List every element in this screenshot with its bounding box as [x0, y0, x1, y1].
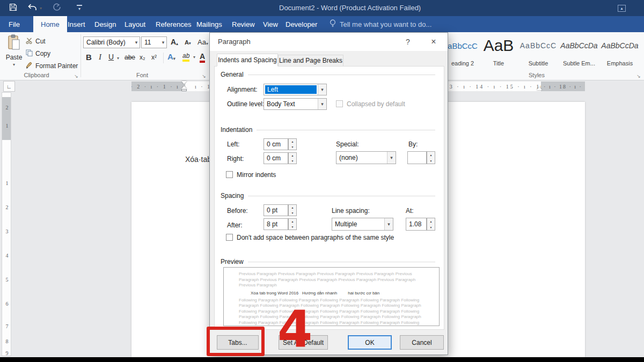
- tab-review[interactable]: Review: [230, 16, 257, 32]
- spacing-section-header: Spacing: [221, 192, 435, 200]
- change-case-button[interactable]: Aa: [197, 38, 208, 46]
- preview-section-header: Preview: [221, 258, 435, 265]
- right-indent-marker[interactable]: [537, 87, 542, 90]
- cancel-button[interactable]: Cancel: [400, 335, 444, 350]
- bold-button[interactable]: B: [86, 53, 92, 62]
- undo-dropdown-button[interactable]: [38, 3, 44, 13]
- ok-button[interactable]: OK: [348, 335, 392, 350]
- line-spacing-combo[interactable]: Multiple: [332, 218, 393, 231]
- document-text[interactable]: Xóa·tab: [185, 155, 211, 164]
- tab-file[interactable]: File: [6, 16, 22, 32]
- tab-stop-icon: ∟: [6, 84, 12, 90]
- copy-button[interactable]: Copy: [26, 49, 50, 58]
- paste-icon: [8, 34, 20, 53]
- font-size-combo[interactable]: 11: [141, 36, 167, 48]
- tab-insert[interactable]: Insert: [65, 16, 87, 32]
- at-spinner[interactable]: [427, 218, 435, 231]
- special-combo[interactable]: (none): [336, 151, 396, 164]
- clipboard-dialog-launcher[interactable]: [73, 73, 79, 79]
- indent-right-field[interactable]: 0 cm: [264, 152, 288, 164]
- tell-me-box[interactable]: Tell me what you want to do...: [330, 16, 431, 32]
- highlight-dropdown[interactable]: [193, 55, 195, 60]
- close-button[interactable]: ×: [427, 36, 441, 48]
- paste-label: Paste: [6, 54, 23, 61]
- highlight-label: ab: [182, 52, 189, 60]
- highlight-color-button[interactable]: ab: [182, 52, 189, 62]
- alignment-combo[interactable]: Left: [264, 84, 327, 95]
- underline-button[interactable]: U: [108, 53, 114, 61]
- alignment-label: Alignment:: [227, 86, 258, 93]
- tab-references[interactable]: References: [153, 16, 193, 32]
- tab-indents-and-spacing[interactable]: Indents and Spacing: [217, 54, 278, 67]
- font-group-label: Font: [121, 72, 164, 78]
- dont-add-space-checkbox[interactable]: [226, 234, 233, 241]
- before-spinner[interactable]: [288, 204, 297, 216]
- lightbulb-icon: [330, 19, 336, 29]
- style-sample: aBbCcC: [448, 34, 478, 57]
- text-effects-button[interactable]: A: [167, 52, 175, 61]
- at-label: At:: [406, 207, 414, 215]
- style-subtle-emphasis[interactable]: AaBbCcDa Subtle Em...: [560, 34, 598, 67]
- tab-mailings[interactable]: Mailings: [194, 16, 224, 32]
- ruler-text-area-right: · 13 · ı · 14 · ı · 15 · ı · 16 ·: [448, 82, 542, 91]
- tab-view[interactable]: View: [261, 16, 280, 32]
- tab-developer[interactable]: Developer: [283, 16, 319, 32]
- font-color-button[interactable]: A: [200, 52, 205, 63]
- save-button[interactable]: [6, 3, 19, 13]
- tab-design[interactable]: Design: [92, 16, 118, 32]
- italic-button[interactable]: I: [99, 53, 101, 62]
- ruler-left-margin: · 2 · ı · 1 · ı ·: [131, 82, 185, 91]
- dialog-title: Paragraph: [218, 38, 251, 46]
- strikethrough-button[interactable]: abe: [125, 54, 135, 61]
- subscript-button[interactable]: x₂: [140, 54, 145, 61]
- up-tick-icon: ▴: [176, 42, 178, 46]
- indent-left-spinner[interactable]: [288, 138, 297, 150]
- indent-right-spinner[interactable]: [288, 152, 297, 164]
- format-painter-button[interactable]: Format Painter: [26, 61, 78, 71]
- style-emphasis[interactable]: AaBbCcDa Emphasis: [601, 34, 639, 67]
- style-heading2[interactable]: aBbCcC eading 2: [447, 34, 479, 67]
- spinner-down-icon: [289, 224, 296, 230]
- mirror-indents-checkbox[interactable]: [226, 171, 233, 178]
- collapsed-by-default-checkbox[interactable]: [336, 100, 343, 107]
- spinner-down-icon: [289, 144, 296, 150]
- redo-button[interactable]: [50, 3, 63, 13]
- before-field[interactable]: 0 pt: [264, 204, 288, 216]
- ribbon-tab-row: File Home Insert Design Layout Reference…: [0, 16, 644, 32]
- style-sample: AaB: [484, 34, 514, 57]
- after-field[interactable]: 8 pt: [264, 218, 288, 230]
- general-section-header: General: [221, 71, 435, 78]
- paste-button[interactable]: Paste: [3, 34, 25, 70]
- grow-font-button[interactable]: A▴: [171, 38, 178, 46]
- styles-dialog-launcher[interactable]: [635, 73, 642, 79]
- tab-home[interactable]: Home: [33, 16, 67, 32]
- first-line-indent-marker[interactable]: [181, 81, 187, 84]
- ribbon-display-options-button[interactable]: ▴: [618, 5, 626, 12]
- shrink-font-button[interactable]: A▾: [185, 39, 191, 46]
- style-title[interactable]: AaB Title: [482, 34, 515, 67]
- by-field[interactable]: [407, 151, 427, 164]
- underline-dropdown[interactable]: [117, 56, 119, 61]
- spinner-up-icon: [427, 218, 435, 224]
- after-spinner[interactable]: [288, 218, 297, 230]
- help-button[interactable]: ?: [401, 36, 415, 48]
- tab-layout[interactable]: Layout: [122, 16, 148, 32]
- style-subtitle[interactable]: AaBbCcC Subtitle: [521, 34, 556, 67]
- by-spinner[interactable]: [427, 151, 435, 164]
- font-name-combo[interactable]: Calibri (Body): [83, 36, 140, 48]
- undo-button[interactable]: [26, 3, 39, 13]
- tab-line-and-page-breaks[interactable]: Line and Page Breaks: [278, 55, 343, 67]
- superscript-button[interactable]: x²: [151, 54, 157, 61]
- at-field[interactable]: 1.08: [406, 218, 427, 231]
- outline-level-combo[interactable]: Body Text: [264, 98, 327, 110]
- cut-button[interactable]: Cut: [26, 36, 46, 46]
- customize-qat-button[interactable]: [73, 3, 86, 13]
- tab-stop-selector[interactable]: ∟: [3, 81, 15, 92]
- font-name-value: Calibri (Body): [84, 37, 133, 48]
- font-dialog-launcher[interactable]: [201, 73, 207, 79]
- italic-label: I: [99, 53, 101, 62]
- left-indent-marker[interactable]: [181, 89, 187, 91]
- style-name: eading 2: [451, 60, 474, 67]
- collapsed-by-default-label: Collapsed by default: [347, 100, 405, 108]
- indent-left-field[interactable]: 0 cm: [264, 138, 288, 150]
